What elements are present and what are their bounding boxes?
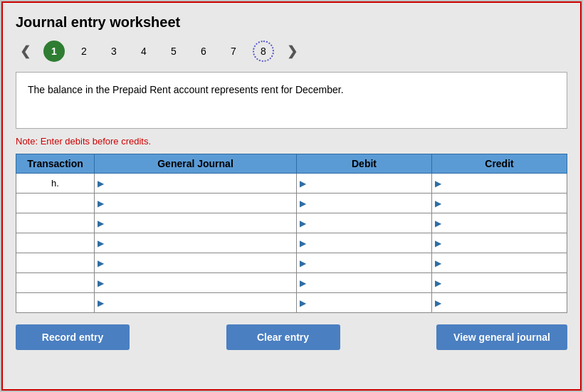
- arrow-icon-debit-5: ▶: [297, 278, 306, 288]
- prev-arrow[interactable]: ❮: [16, 42, 35, 60]
- input-general-journal-2[interactable]: [104, 214, 296, 233]
- cell-transaction-4: [16, 253, 95, 273]
- input-general-journal-6[interactable]: [104, 294, 296, 312]
- nav-number-4[interactable]: 4: [133, 41, 154, 62]
- cell-debit-5[interactable]: ▶: [297, 273, 432, 293]
- cell-credit-0[interactable]: ▶: [432, 174, 567, 194]
- input-debit-3[interactable]: [306, 234, 431, 253]
- nav-number-1[interactable]: 1: [43, 41, 65, 62]
- col-header-general: General Journal: [95, 154, 297, 174]
- arrow-icon-debit-6: ▶: [297, 298, 306, 308]
- input-credit-4[interactable]: [441, 254, 567, 272]
- input-general-journal-1[interactable]: [104, 194, 296, 213]
- cell-credit-2[interactable]: ▶: [432, 213, 567, 233]
- cell-debit-0[interactable]: ▶: [297, 174, 432, 194]
- buttons-row: Record entry Clear entry View general jo…: [16, 324, 567, 350]
- input-debit-6[interactable]: [306, 294, 431, 312]
- next-arrow[interactable]: ❯: [283, 42, 302, 60]
- cell-transaction-6: [16, 293, 95, 313]
- cell-general-journal-1[interactable]: ▶: [95, 194, 297, 213]
- arrow-icon-debit-1: ▶: [297, 198, 306, 208]
- arrow-icon-debit-2: ▶: [297, 218, 306, 228]
- arrow-icon-credit-4: ▶: [432, 258, 441, 268]
- cell-credit-4[interactable]: ▶: [432, 253, 567, 273]
- record-entry-button[interactable]: Record entry: [16, 324, 130, 350]
- arrow-icon-gj-3: ▶: [95, 238, 104, 248]
- arrow-icon-credit-5: ▶: [432, 278, 441, 288]
- arrow-icon-debit-4: ▶: [297, 258, 306, 268]
- cell-general-journal-0[interactable]: ▶: [95, 174, 297, 194]
- description-box: The balance in the Prepaid Rent account …: [16, 72, 567, 129]
- input-credit-5[interactable]: [441, 274, 567, 292]
- cell-debit-4[interactable]: ▶: [297, 253, 432, 273]
- nav-number-3[interactable]: 3: [103, 41, 125, 62]
- cell-transaction-5: [16, 273, 95, 293]
- cell-debit-2[interactable]: ▶: [297, 213, 432, 233]
- table-row: ▶▶▶: [16, 213, 567, 233]
- cell-credit-3[interactable]: ▶: [432, 233, 567, 253]
- page-title: Journal entry worksheet: [16, 14, 567, 31]
- input-general-journal-0[interactable]: [104, 174, 296, 193]
- input-general-journal-5[interactable]: [104, 274, 296, 292]
- cell-transaction-2: [16, 213, 95, 233]
- table-row: ▶▶▶: [16, 233, 567, 253]
- input-debit-0[interactable]: [306, 174, 431, 193]
- nav-row: ❮ 1 2 3 4 5 6 7 8 ❯: [16, 41, 567, 62]
- input-debit-5[interactable]: [306, 274, 431, 292]
- cell-general-journal-6[interactable]: ▶: [95, 293, 297, 313]
- input-credit-3[interactable]: [441, 234, 567, 253]
- view-general-journal-button[interactable]: View general journal: [436, 324, 567, 350]
- col-header-credit: Credit: [432, 154, 567, 174]
- arrow-icon-gj-4: ▶: [95, 258, 104, 268]
- nav-number-2[interactable]: 2: [73, 41, 95, 62]
- table-row: ▶▶▶: [16, 293, 567, 313]
- arrow-icon-credit-6: ▶: [432, 298, 441, 308]
- cell-debit-6[interactable]: ▶: [297, 293, 432, 313]
- nav-number-6[interactable]: 6: [193, 41, 214, 62]
- input-credit-2[interactable]: [441, 214, 567, 233]
- cell-general-journal-3[interactable]: ▶: [95, 233, 297, 253]
- arrow-icon-credit-0: ▶: [432, 179, 441, 189]
- arrow-icon-credit-2: ▶: [432, 218, 441, 228]
- nav-number-7[interactable]: 7: [223, 41, 244, 62]
- nav-number-5[interactable]: 5: [163, 41, 184, 62]
- cell-credit-5[interactable]: ▶: [432, 273, 567, 293]
- cell-transaction-3: [16, 233, 95, 253]
- note-text: Note: Enter debits before credits.: [16, 136, 567, 147]
- table-row: ▶▶▶: [16, 273, 567, 293]
- input-debit-1[interactable]: [306, 194, 431, 213]
- arrow-icon-credit-1: ▶: [432, 198, 441, 208]
- col-header-debit: Debit: [297, 154, 432, 174]
- cell-credit-6[interactable]: ▶: [432, 293, 567, 313]
- cell-debit-3[interactable]: ▶: [297, 233, 432, 253]
- cell-general-journal-4[interactable]: ▶: [95, 253, 297, 273]
- input-credit-0[interactable]: [441, 174, 567, 193]
- table-row: ▶▶▶: [16, 194, 567, 213]
- arrow-icon-debit-0: ▶: [297, 179, 306, 189]
- input-credit-1[interactable]: [441, 194, 567, 213]
- cell-credit-1[interactable]: ▶: [432, 194, 567, 213]
- arrow-icon-credit-3: ▶: [432, 238, 441, 248]
- nav-number-8[interactable]: 8: [253, 41, 274, 62]
- input-credit-6[interactable]: [441, 294, 567, 312]
- arrow-icon-debit-3: ▶: [297, 238, 306, 248]
- arrow-icon-gj-0: ▶: [95, 179, 104, 189]
- input-general-journal-4[interactable]: [104, 254, 296, 272]
- arrow-icon-gj-1: ▶: [95, 198, 104, 208]
- cell-debit-1[interactable]: ▶: [297, 194, 432, 213]
- table-row: ▶▶▶: [16, 253, 567, 273]
- journal-table: Transaction General Journal Debit Credit…: [16, 154, 567, 313]
- cell-general-journal-5[interactable]: ▶: [95, 273, 297, 293]
- table-row: h.▶▶▶: [16, 174, 567, 194]
- arrow-icon-gj-6: ▶: [95, 298, 104, 308]
- cell-transaction-1: [16, 194, 95, 213]
- clear-entry-button[interactable]: Clear entry: [226, 324, 340, 350]
- input-debit-2[interactable]: [306, 214, 431, 233]
- main-container: Journal entry worksheet ❮ 1 2 3 4 5 6 7 …: [1, 1, 582, 391]
- cell-transaction-0: h.: [16, 174, 95, 194]
- col-header-transaction: Transaction: [16, 154, 95, 174]
- input-general-journal-3[interactable]: [104, 234, 296, 253]
- arrow-icon-gj-2: ▶: [95, 218, 104, 228]
- cell-general-journal-2[interactable]: ▶: [95, 213, 297, 233]
- input-debit-4[interactable]: [306, 254, 431, 272]
